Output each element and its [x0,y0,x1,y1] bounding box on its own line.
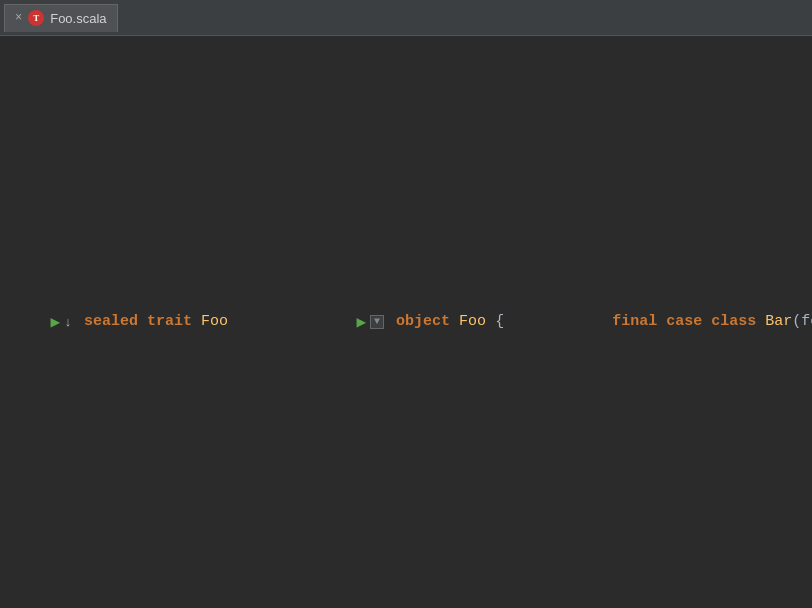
line-4-content: final case class Bar(foo: Int) extends F… [584,36,812,608]
run-icon-line1[interactable]: ▶ [51,312,61,332]
line-3: ▶ ▼ object Foo { [312,36,504,608]
line-1: ▶ ↓ sealed trait Foo [0,36,228,608]
run-icon-line3[interactable]: ▶ [356,312,366,332]
line-2 [228,36,312,608]
line-3-content: object Foo { [392,36,504,608]
tab-bar: × T Foo.scala [0,0,812,36]
editor-body[interactable]: ▶ ↓ sealed trait Foo ▶ ▼ object Foo { [0,36,812,608]
active-tab[interactable]: × T Foo.scala [4,4,118,32]
line-4: final case class Bar(foo: Int) extends F… [504,36,812,608]
tab-title: Foo.scala [50,11,106,26]
editor-window: × T Foo.scala ▶ ↓ sealed trait Foo [0,0,812,608]
scala-file-icon: T [28,10,44,26]
tab-close-button[interactable]: × [15,11,22,25]
fold-button-line3[interactable]: ▼ [370,315,384,329]
line-1-content: sealed trait Foo [80,36,228,608]
run-icon2-line1[interactable]: ↓ [64,315,72,330]
